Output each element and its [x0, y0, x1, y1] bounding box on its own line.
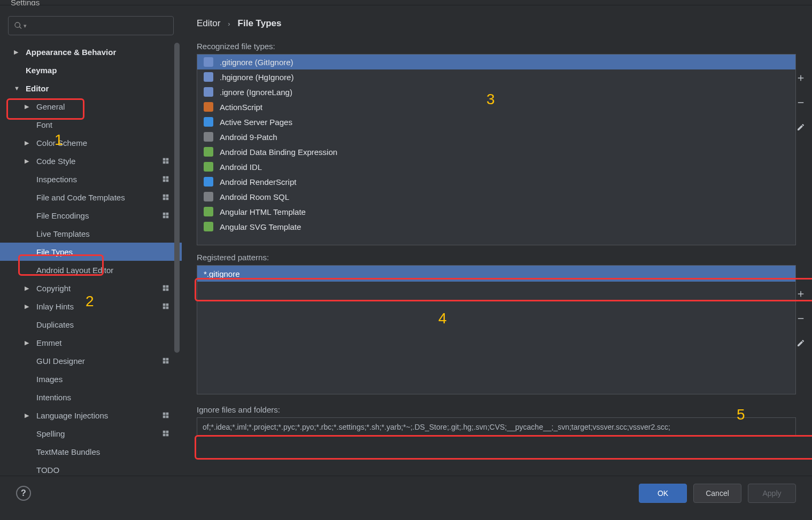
svg-rect-17 — [166, 285, 169, 288]
file-type-row[interactable]: Angular SVG Template — [197, 219, 795, 234]
svg-rect-28 — [163, 413, 166, 415]
file-type-row[interactable]: .ignore (IgnoreLang) — [197, 84, 795, 99]
sidebar-item-label: Inspections — [36, 175, 161, 184]
file-type-row[interactable]: ActionScript — [197, 99, 795, 114]
svg-rect-5 — [166, 176, 169, 179]
file-type-icon — [204, 162, 213, 172]
sidebar-item-live-templates[interactable]: Live Templates — [0, 224, 182, 243]
remove-pattern-button[interactable] — [794, 312, 807, 325]
cancel-button[interactable]: Cancel — [693, 484, 741, 503]
sidebar-item-appearance-behavior[interactable]: ▶Appearance & Behavior — [0, 43, 182, 61]
file-type-label: Angular HTML Template — [220, 207, 306, 216]
sidebar-item-duplicates[interactable]: Duplicates — [0, 315, 182, 333]
sidebar-item-copyright[interactable]: ▶Copyright — [0, 279, 182, 297]
search-input[interactable]: ▾ — [8, 16, 174, 35]
sidebar-item-editor[interactable]: ▼Editor — [0, 79, 182, 97]
sidebar-item-textmate-bundles[interactable]: TextMate Bundles — [0, 443, 182, 461]
file-type-row[interactable]: Android RenderScript — [197, 174, 795, 189]
file-type-row[interactable]: Active Server Pages — [197, 114, 795, 129]
sidebar-item-todo[interactable]: TODO — [0, 461, 182, 476]
sidebar-item-label: Emmet — [36, 338, 182, 347]
sidebar-item-label: General — [36, 102, 182, 111]
sidebar-item-file-types[interactable]: File Types — [0, 243, 182, 261]
sidebar-item-emmet[interactable]: ▶Emmet — [0, 333, 182, 352]
svg-rect-32 — [163, 431, 166, 433]
scheme-icon — [161, 411, 170, 420]
chevron-icon: ▶ — [25, 103, 32, 110]
file-type-row[interactable]: .gitignore (GitIgnore) — [197, 55, 795, 69]
sidebar-item-inspections[interactable]: Inspections — [0, 170, 182, 188]
patterns-toolbar — [793, 288, 809, 350]
svg-rect-12 — [163, 213, 166, 215]
sidebar-item-file-and-code-templates[interactable]: File and Code Templates — [0, 188, 182, 206]
recognized-file-types-list[interactable]: .gitignore (GitIgnore).hgignore (HgIgnor… — [197, 54, 796, 245]
edit-type-button[interactable] — [794, 121, 807, 134]
sidebar-item-font[interactable]: Font — [0, 115, 182, 134]
pattern-row[interactable]: *.gitignore — [197, 266, 795, 282]
sidebar-item-label: Android Layout Editor — [36, 266, 182, 275]
scrollbar-thumb[interactable] — [174, 43, 180, 353]
sidebar-item-language-injections[interactable]: ▶Language Injections — [0, 406, 182, 424]
file-type-icon — [204, 177, 213, 187]
svg-rect-22 — [163, 307, 166, 309]
sidebar-item-label: Intentions — [36, 393, 182, 402]
sidebar-item-label: File and Code Templates — [36, 193, 161, 202]
svg-rect-29 — [166, 413, 169, 415]
svg-rect-7 — [166, 180, 169, 182]
sidebar-item-images[interactable]: Images — [0, 370, 182, 388]
sidebar-item-label: Copyright — [36, 284, 161, 293]
sidebar-item-spelling[interactable]: Spelling — [0, 424, 182, 443]
svg-rect-20 — [163, 304, 166, 306]
sidebar-item-file-encodings[interactable]: File Encodings — [0, 206, 182, 224]
chevron-icon: ▼ — [14, 85, 21, 91]
sidebar-item-intentions[interactable]: Intentions — [0, 388, 182, 406]
svg-rect-30 — [163, 416, 166, 418]
remove-type-button[interactable] — [794, 96, 807, 109]
scheme-icon — [161, 211, 170, 220]
svg-rect-19 — [166, 289, 169, 291]
apply-button[interactable]: Apply — [748, 484, 796, 503]
help-button[interactable]: ? — [16, 486, 31, 501]
file-type-row[interactable]: Android Data Binding Expression — [197, 144, 795, 159]
file-type-row[interactable]: .hgignore (HgIgnore) — [197, 69, 795, 84]
sidebar-item-label: Font — [36, 120, 182, 129]
sidebar-item-color-scheme[interactable]: ▶Color Scheme — [0, 134, 182, 152]
sidebar-item-code-style[interactable]: ▶Code Style — [0, 152, 182, 170]
ok-button[interactable]: OK — [639, 484, 687, 503]
sidebar-item-label: Keymap — [26, 66, 182, 75]
sidebar-item-label: Language Injections — [36, 411, 161, 420]
svg-rect-34 — [163, 434, 166, 437]
ignore-files-input[interactable]: of;*.idea;*.iml;*.project;*.pyc;*.pyo;*.… — [197, 417, 796, 437]
scheme-icon — [161, 157, 170, 165]
scheme-icon — [161, 284, 170, 292]
sidebar-item-label: Code Style — [36, 157, 161, 166]
sidebar-item-general[interactable]: ▶General — [0, 97, 182, 115]
svg-rect-18 — [163, 289, 166, 291]
settings-sidebar: ▾ ▶Appearance & BehaviorKeymap▼Editor▶Ge… — [0, 5, 182, 476]
add-pattern-button[interactable] — [794, 288, 807, 300]
add-type-button[interactable] — [794, 72, 807, 84]
svg-rect-24 — [163, 358, 166, 361]
registered-patterns-list[interactable]: *.gitignore — [197, 265, 796, 394]
breadcrumb-parent[interactable]: Editor — [197, 18, 220, 28]
breadcrumb-leaf: File Types — [238, 18, 282, 28]
svg-rect-3 — [166, 161, 169, 164]
file-type-row[interactable]: Android IDL — [197, 159, 795, 174]
sidebar-item-gui-designer[interactable]: GUI Designer — [0, 352, 182, 370]
edit-pattern-button[interactable] — [794, 337, 807, 350]
sidebar-item-label: TODO — [36, 465, 182, 475]
sidebar-item-keymap[interactable]: Keymap — [0, 61, 182, 79]
sidebar-item-inlay-hints[interactable]: ▶Inlay Hints — [0, 297, 182, 315]
sidebar-item-android-layout-editor[interactable]: Android Layout Editor — [0, 261, 182, 279]
sidebar-item-label: Spelling — [36, 429, 161, 438]
file-type-label: Active Server Pages — [220, 118, 292, 127]
file-type-icon — [204, 192, 213, 201]
file-type-row[interactable]: Angular HTML Template — [197, 204, 795, 219]
scheme-icon — [161, 429, 170, 438]
scheme-icon — [161, 175, 170, 183]
file-type-row[interactable]: Android 9-Patch — [197, 129, 795, 144]
file-type-row[interactable]: Android Room SQL — [197, 189, 795, 204]
sidebar-item-label: File Types — [36, 247, 182, 257]
sidebar-item-label: Live Templates — [36, 229, 182, 238]
svg-rect-11 — [166, 198, 169, 200]
